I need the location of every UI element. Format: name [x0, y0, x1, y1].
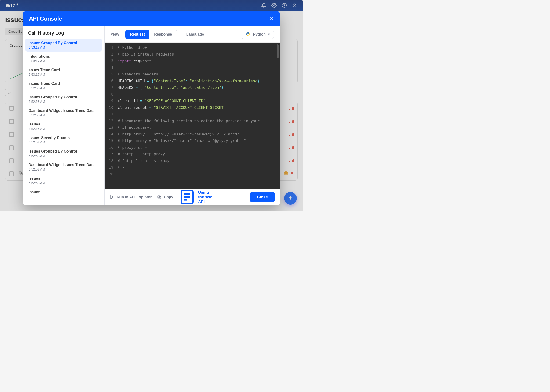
history-item-name: Dashboard Widget Issues Trend Dat... [29, 163, 99, 167]
history-item[interactable]: Integrations6:53:17 AM [25, 52, 102, 65]
history-item-name: Issues Grouped By Control [29, 95, 99, 99]
history-item-time: 6:52:53 AM [29, 154, 99, 158]
history-item-time: 6:52:53 AM [29, 181, 99, 185]
modal-overlay: API Console ✕ Call History Log Issues Gr… [0, 0, 303, 211]
history-list[interactable]: Issues Grouped By Control6:53:17 AMInteg… [23, 39, 104, 205]
request-response-segment: Request Response [125, 30, 177, 39]
history-item-name: ssues Trend Card [29, 82, 99, 86]
history-item[interactable]: ssues Trend Card6:52:53 AM [25, 79, 102, 92]
close-button[interactable]: Close [250, 192, 275, 202]
history-item[interactable]: Dashboard Widget Issues Trend Dat...6:52… [25, 161, 102, 174]
modal-header: API Console ✕ [23, 11, 280, 26]
history-item[interactable]: Issues Severity Counts6:52:53 AM [25, 133, 102, 147]
modal-title: API Console [29, 15, 62, 22]
history-item[interactable]: Issues Grouped By Control6:53:17 AM [25, 39, 102, 52]
history-item-name: ssues Trend Card [29, 68, 99, 72]
history-item[interactable]: Issues6:52:53 AM [25, 174, 102, 187]
history-item-name: Issues Grouped By Control [29, 41, 99, 45]
history-item-time: 6:52:53 AM [29, 127, 99, 131]
copy-button[interactable]: Copy [157, 195, 173, 200]
history-item[interactable]: ssues Trend Card6:53:17 AM [25, 66, 102, 79]
history-item-time: 6:52:53 AM [29, 168, 99, 171]
history-sidebar: Call History Log Issues Grouped By Contr… [23, 26, 105, 205]
tab-language[interactable]: Language [186, 32, 204, 36]
history-item-time: 6:53:17 AM [29, 46, 99, 49]
api-console-modal: API Console ✕ Call History Log Issues Gr… [23, 11, 280, 205]
history-item-time: 6:53:17 AM [29, 59, 99, 63]
history-item-name: Issues [29, 122, 99, 126]
book-icon [179, 188, 196, 205]
history-item[interactable]: Issues6:52:53 AM [25, 120, 102, 133]
svg-marker-7 [111, 195, 114, 199]
tab-view[interactable]: View [111, 32, 119, 36]
run-button[interactable]: Run in API Explorer [110, 195, 152, 200]
history-item[interactable]: Issues [25, 188, 102, 196]
history-item-time: 6:52:53 AM [29, 113, 99, 117]
docs-label: Using the Wiz API [198, 190, 214, 204]
history-item-name: Issues [29, 176, 99, 181]
history-item-name: Issues Severity Counts [29, 136, 99, 140]
play-icon [110, 195, 114, 200]
copy-icon [157, 195, 162, 200]
tab-request[interactable]: Request [125, 30, 150, 39]
sidebar-title: Call History Log [23, 26, 104, 39]
docs-link[interactable]: Using the Wiz API [179, 188, 214, 205]
close-icon[interactable]: ✕ [270, 16, 274, 22]
modal-footer: Run in API Explorer Copy Using the Wiz A… [105, 189, 280, 205]
history-item-name: Dashboard Widget Issues Trend Dat... [29, 109, 99, 113]
history-item[interactable]: Dashboard Widget Issues Trend Dat...6:52… [25, 106, 102, 119]
run-label: Run in API Explorer [117, 195, 152, 199]
history-item[interactable]: Issues Grouped By Control6:52:53 AM [25, 93, 102, 106]
python-icon [246, 32, 251, 37]
code-editor[interactable]: 1# Python 3.6+2# pip(3) install requests… [105, 42, 280, 189]
chevron-down-icon: ▾ [268, 32, 270, 36]
scrollbar[interactable] [277, 44, 279, 58]
language-select[interactable]: Python ▾ [242, 30, 274, 39]
history-item-time: 6:52:53 AM [29, 86, 99, 90]
tabs-bar: View Request Response Language Python ▾ [105, 26, 280, 42]
history-item-name: Issues [29, 190, 99, 194]
history-item-name: Issues Grouped By Control [29, 149, 99, 154]
copy-label: Copy [164, 195, 173, 199]
history-item-time: 6:52:53 AM [29, 140, 99, 144]
history-item-time: 6:53:17 AM [29, 73, 99, 76]
history-item[interactable]: Issues Grouped By Control6:52:53 AM [25, 147, 102, 160]
history-item-time: 6:52:53 AM [29, 100, 99, 104]
history-item-name: Integrations [29, 55, 99, 59]
language-label: Python [253, 32, 266, 36]
tab-response[interactable]: Response [150, 30, 177, 39]
